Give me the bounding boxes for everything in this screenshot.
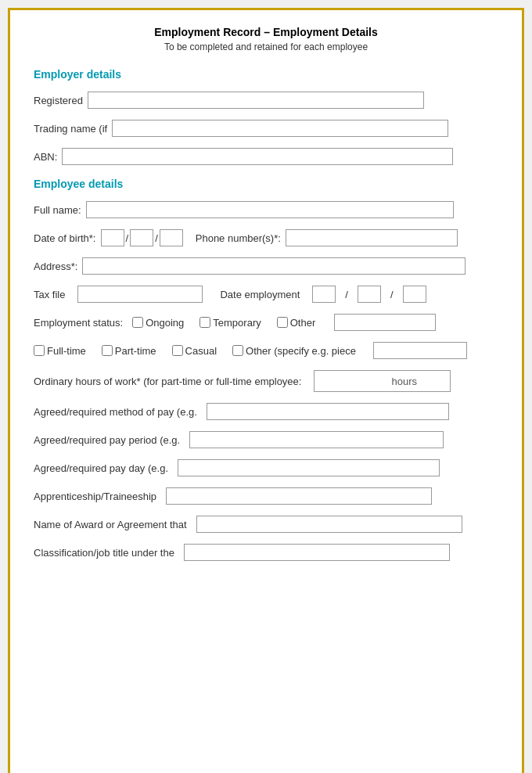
temporary-checkbox[interactable] [200, 317, 210, 328]
dob-phone-row: Date of birth*: / / Phone number(s)*: [34, 229, 498, 246]
full-name-label: Full name: [34, 204, 81, 216]
pay-day-row: Agreed/required pay day (e.g. [34, 459, 498, 476]
employment-month-input[interactable] [358, 286, 381, 303]
ongoing-label: Ongoing [146, 317, 184, 329]
abn-label: ABN: [34, 151, 57, 163]
fulltime-checkbox-item: Full-time [34, 345, 91, 357]
trading-name-input[interactable] [112, 120, 448, 137]
pay-method-label: Agreed/required method of pay (e.g. [34, 406, 197, 418]
award-label: Name of Award or Agreement that [34, 519, 187, 530]
pay-method-row: Agreed/required method of pay (e.g. [34, 403, 498, 420]
page-subtitle: To be completed and retained for each em… [34, 41, 498, 52]
ongoing-checkbox-item: Ongoing [132, 317, 189, 329]
casual-checkbox[interactable] [172, 345, 183, 356]
parttime-checkbox-item: Part-time [102, 345, 161, 357]
tax-file-label: Tax file [34, 289, 65, 300]
full-name-input[interactable] [86, 201, 454, 218]
page-title: Employment Record – Employment Details [34, 26, 498, 38]
casual-checkbox-item: Casual [172, 345, 221, 357]
other-type-checkbox-item: Other (specify e.g. piece [232, 345, 361, 357]
award-row: Name of Award or Agreement that [34, 516, 498, 533]
pay-period-input[interactable] [189, 431, 444, 448]
parttime-label: Part-time [115, 345, 156, 357]
temporary-label: Temporary [213, 317, 261, 329]
other-status-checkbox[interactable] [277, 317, 288, 328]
temporary-checkbox-item: Temporary [200, 317, 265, 329]
employment-day-input[interactable] [312, 286, 336, 303]
dob-month-input[interactable] [130, 229, 153, 246]
pay-day-input[interactable] [178, 459, 440, 476]
phone-label: Phone number(s)*: [196, 232, 281, 244]
hours-suffix: hours [391, 376, 417, 387]
registered-label: Registered [34, 95, 83, 106]
parttime-checkbox[interactable] [102, 345, 113, 356]
emp-slash1: / [345, 289, 348, 300]
other-status-input[interactable] [334, 314, 436, 331]
page-container: Employment Record – Employment Details T… [8, 8, 524, 773]
registered-input[interactable] [88, 92, 424, 109]
date-employment-label: Date employment [220, 289, 300, 300]
address-row: Address*: [34, 257, 498, 275]
pay-period-row: Agreed/required pay period (e.g. [34, 431, 498, 448]
other-status-label: Other [290, 317, 316, 329]
address-input[interactable] [82, 257, 466, 275]
dob-slash2: / [155, 232, 158, 244]
abn-input[interactable] [62, 148, 453, 165]
casual-label: Casual [185, 345, 217, 357]
dob-slash1: / [126, 232, 129, 244]
other-status-checkbox-item: Other [277, 317, 321, 329]
pay-period-label: Agreed/required pay period (e.g. [34, 434, 180, 446]
dob-day-input[interactable] [101, 229, 124, 246]
ordinary-hours-label: Ordinary hours of work* (for part-time o… [34, 376, 301, 387]
apprenticeship-input[interactable] [166, 487, 432, 505]
dob-label: Date of birth*: [34, 232, 96, 244]
piece-work-input[interactable] [373, 342, 467, 359]
pay-method-input[interactable] [207, 403, 449, 420]
employee-section-heading: Employee details [34, 178, 498, 190]
employment-status-label: Employment status: [34, 317, 123, 329]
apprenticeship-row: Apprenticeship/Traineeship [34, 487, 498, 505]
emp-slash2: / [390, 289, 394, 300]
registered-row: Registered [34, 92, 498, 109]
other-specify-label: Other (specify e.g. piece [246, 345, 356, 357]
work-type-row: Full-time Part-time Casual Other (specif… [34, 342, 498, 359]
ordinary-hours-row: Ordinary hours of work* (for part-time o… [34, 370, 498, 392]
classification-input[interactable] [184, 544, 450, 561]
trading-name-label: Trading name (if [34, 123, 107, 135]
address-label: Address*: [34, 261, 77, 272]
phone-input[interactable] [286, 229, 458, 246]
fulltime-checkbox[interactable] [34, 345, 45, 356]
hours-input[interactable] [321, 376, 383, 387]
employment-status-row: Employment status: Ongoing Temporary Oth… [34, 314, 498, 331]
abn-row: ABN: [34, 148, 498, 165]
hours-box: hours [314, 370, 451, 392]
classification-row: Classification/job title under the [34, 544, 498, 561]
employment-year-input[interactable] [403, 286, 426, 303]
pay-day-label: Agreed/required pay day (e.g. [34, 462, 168, 474]
apprenticeship-label: Apprenticeship/Traineeship [34, 491, 156, 502]
employer-section-heading: Employer details [34, 68, 498, 81]
other-type-checkbox[interactable] [232, 345, 243, 356]
classification-label: Classification/job title under the [34, 547, 174, 559]
ongoing-checkbox[interactable] [132, 317, 143, 328]
full-name-row: Full name: [34, 201, 498, 218]
trading-name-row: Trading name (if [34, 120, 498, 137]
dob-year-input[interactable] [160, 229, 183, 246]
fulltime-label: Full-time [47, 345, 86, 357]
award-input[interactable] [196, 516, 462, 533]
tax-file-input[interactable] [77, 286, 203, 303]
tax-date-row: Tax file Date employment / / [34, 286, 498, 303]
